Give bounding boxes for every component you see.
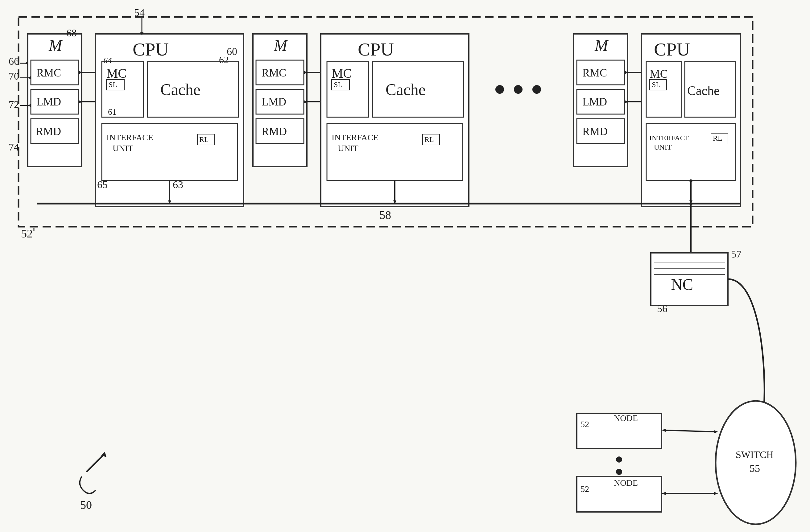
label-65: 65 [97,179,108,190]
lmd-label-mid: LMD [262,96,286,108]
rl-label-left: RL [199,135,209,143]
mc-label-right: MC [650,67,668,80]
unit-label-left: UNIT [113,143,133,153]
cache-label-mid: Cache [386,81,426,98]
switch-label: SWITCH [736,449,774,460]
label-72: 72 [9,99,19,110]
label-62: 62 [219,54,229,65]
m-label-left: M [48,37,63,54]
label-61: 61 [108,107,117,117]
mc-label-mid: MC [331,66,352,80]
interface-label-left: INTERFACE [107,133,153,142]
m-label-right: M [594,37,609,54]
diagram-area: 52 M 68 66 RMC 70 LMD 72 RMD 74 CPU 60 5… [0,0,810,532]
sl-label-right: SL [652,80,660,88]
rmc-label-mid: RMC [262,67,286,79]
lmd-label-right: LMD [582,96,607,108]
label-70: 70 [9,70,19,82]
label-58: 58 [379,209,391,222]
label-74: 74 [9,141,19,153]
rmc-label-right: RMC [582,67,607,79]
ellipsis-dot3 [532,85,541,94]
rmd-label-right: RMD [582,125,608,138]
fig-number: 50 [80,498,92,511]
label-63: 63 [173,179,183,190]
label-57: 57 [731,248,742,260]
vdot2 [616,469,622,475]
unit-label-right: UNIT [654,143,672,151]
node-number-1: 52 [581,419,589,429]
node-label-2: NODE [614,478,638,488]
rmd-label-mid: RMD [262,125,287,138]
label-64: 64 [103,55,112,65]
label-66: 66 [9,55,19,67]
node-label-1: NODE [614,413,638,423]
interface-label-mid: INTERFACE [331,133,378,142]
label-68: 68 [66,27,77,38]
cpu-label-right: CPU [654,39,690,60]
cache-label-right: Cache [687,84,719,98]
ellipsis-dot1 [496,85,504,94]
sl-label-mid: SL [334,80,342,88]
m-label-mid: M [274,37,288,54]
rl-label-mid: RL [424,135,434,143]
unit-label-mid: UNIT [338,143,358,153]
rmc-label-left: RMC [36,67,61,79]
node-number-2: 52 [581,484,589,494]
outer-box-label: 52 [21,227,33,240]
label-54: 54 [134,7,145,18]
interface-label-right: INTERFACE [649,134,690,142]
cpu-label-mid: CPU [358,39,394,60]
rmd-label-left: RMD [36,125,61,138]
nc-label: NC [671,276,693,293]
sl-label-left: SL [109,80,117,88]
switch-number: 55 [749,463,760,474]
cache-label-left: Cache [160,81,200,98]
mc-label-left: MC [107,66,127,80]
lmd-label-left: LMD [36,96,61,108]
label-56: 56 [657,303,667,314]
ellipsis-dot2 [514,85,522,94]
cpu-label-left: CPU [133,39,169,60]
vdot1 [616,456,622,463]
rl-label-right: RL [713,134,723,142]
